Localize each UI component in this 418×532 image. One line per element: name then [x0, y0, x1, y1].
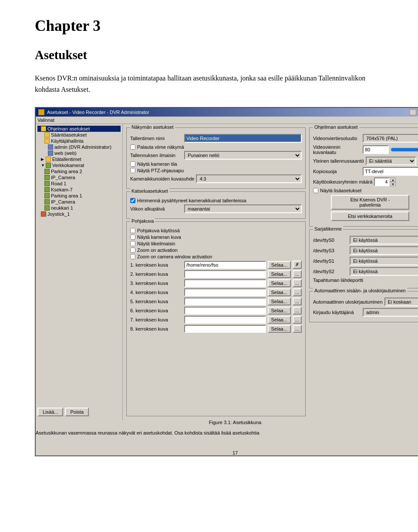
dim-cameras-label: Himmennä pysähtyneet kameraikkuinat tall…: [137, 198, 246, 203]
bg-show-camera-row: Näytä kameran kuva: [130, 234, 302, 240]
video-quality-input[interactable]: [363, 145, 389, 154]
floor-browse-btn-7[interactable]: Selaa...: [268, 316, 291, 324]
tree-section: Ohjelman asetukset Sääntöasetukset Käytt…: [37, 126, 121, 217]
video-resolution-select[interactable]: 704x576 (PAL): [363, 134, 418, 143]
floor-dots-btn-3[interactable]: ...: [293, 279, 302, 287]
copy-protection-input[interactable]: [363, 167, 418, 176]
floor-dots-btn-7[interactable]: ...: [293, 316, 302, 324]
video-quality-row: Videoviennin kuvanlaatu: [313, 144, 418, 155]
menu-item-valinnat[interactable]: Valinnat: [37, 117, 54, 123]
indicator-select[interactable]: Punainen neliö: [184, 151, 302, 160]
dim-cameras-checkbox[interactable]: [130, 198, 135, 203]
display-settings-group: Näkymän asetukset Tallentimen nimi Palau…: [126, 127, 306, 189]
serial-group: Sarjaliikenne /dev/ttyS0 Ei käytössä /de…: [309, 229, 418, 288]
auto-login-content: Automaattinen uloskirjautuminen Ei koska…: [313, 298, 418, 317]
floor-input-7[interactable]: [184, 316, 266, 324]
tree-item-verkkokamerat[interactable]: ▼ Verkkokamerat: [37, 162, 121, 168]
tree-item-web[interactable]: web (web): [37, 150, 121, 156]
tree-item-road1[interactable]: Road 1: [37, 181, 121, 187]
tree-item-joystick[interactable]: Joystick_1: [37, 211, 121, 217]
floor-input-3[interactable]: [184, 279, 266, 287]
video-resolution-row: Videonviertiesoluutio 704x576 (PAL): [313, 134, 418, 143]
serial-content: /dev/ttyS0 Ei käytössä /dev/ttyS3 Ei käy…: [313, 236, 418, 283]
restore-view-checkbox[interactable]: [130, 144, 135, 150]
general-record-select[interactable]: Ei sääntöä: [366, 157, 416, 165]
show-more-checkbox[interactable]: [313, 188, 318, 193]
recorder-name-input[interactable]: [184, 134, 302, 143]
tree-item-ipcamera1[interactable]: IP_Camera: [37, 174, 121, 181]
find-ksenos-row: Etsi Ksenos DVR -palvelimia: [313, 195, 418, 210]
floor-input-1[interactable]: [184, 261, 266, 269]
floor-browse-btn-3[interactable]: Selaa...: [268, 279, 291, 287]
floor-input-8[interactable]: [184, 325, 266, 333]
floor-row-1: 1. kerroksen kuva Selaa... ✗: [130, 261, 302, 269]
background-group: Pohjakuva Pohjakuva käytössä Näytä kamer…: [126, 221, 306, 416]
minimize-button[interactable]: _: [409, 109, 416, 115]
tree-item-ksekam7[interactable]: Ksekam-7: [37, 187, 121, 193]
serial-select-3[interactable]: Ei käytössä: [350, 246, 418, 255]
tree-item-parking1[interactable]: Parking area 1: [37, 193, 121, 199]
tree-item-saantöasetukset[interactable]: Sääntöasetukset: [37, 132, 121, 138]
aspect-select[interactable]: 4:3: [196, 174, 302, 183]
week-start-select[interactable]: maanantai: [184, 204, 302, 213]
folder-icon: [41, 126, 46, 131]
floor-delete-btn-1[interactable]: ✗: [293, 261, 302, 269]
auto-logout-select[interactable]: Ei koskaan: [384, 298, 418, 306]
dvr-app-icon: [38, 109, 44, 115]
floor-label-8: 8. kerroksen kuva: [130, 326, 182, 331]
find-cameras-btn[interactable]: Etsi verkkokameroita: [331, 211, 409, 221]
video-resolution-label: Videonviertiesoluutio: [313, 136, 361, 141]
remove-button[interactable]: Poista: [65, 408, 89, 416]
serial-port-1: /dev/ttyS1: [313, 258, 348, 264]
video-quality-slider[interactable]: [391, 147, 418, 153]
tree-item-ipcamera2[interactable]: IP_Camera: [37, 199, 121, 205]
serial-select-2[interactable]: Ei käytössä: [350, 267, 418, 276]
floor-input-6[interactable]: [184, 307, 266, 315]
floor-browse-btn-1[interactable]: Selaa...: [268, 261, 291, 269]
add-button[interactable]: Lisää...: [37, 408, 63, 416]
find-ksenos-btn[interactable]: Etsi Ksenos DVR -palvelimia: [331, 195, 409, 210]
show-camera-state-checkbox[interactable]: [130, 161, 135, 167]
floor-input-4[interactable]: [184, 288, 266, 296]
tree-item-admin[interactable]: admin (DVR Administrator): [37, 144, 121, 150]
auto-login-group: Automaattinen sisään- ja uloskirjautumin…: [309, 291, 418, 322]
program-settings-group: Ohjeliman asetukset Videonviertiesoluuti…: [309, 127, 418, 227]
bg-zoom-window-checkbox[interactable]: [130, 254, 135, 259]
tree-item-kayttajahallinta[interactable]: Käyttäjähallinta: [37, 138, 121, 144]
floor-dots-btn-8[interactable]: ...: [293, 325, 302, 333]
bg-show-camera-checkbox[interactable]: [130, 234, 135, 240]
bg-zoom-window-row: Zoom on camera window activation: [130, 254, 302, 259]
floor-input-2[interactable]: [184, 270, 266, 278]
tree-item-etatalentimet[interactable]: ▶ Etätallentimet: [37, 156, 121, 162]
bg-zoom-activation-checkbox[interactable]: [130, 248, 135, 253]
spinner-down[interactable]: ▼: [390, 182, 396, 186]
floor-input-5[interactable]: [184, 298, 266, 305]
page-number: 17: [36, 450, 418, 455]
floor-browse-btn-5[interactable]: Selaa...: [268, 298, 291, 305]
bg-show-motion-checkbox[interactable]: [130, 241, 135, 246]
tree-item-parking2[interactable]: Parking area 2: [37, 168, 121, 174]
floor-dots-btn-4[interactable]: ...: [293, 288, 302, 296]
tree-label: Etätallentimet: [52, 157, 81, 162]
serial-select-0[interactable]: Ei käytössä: [350, 236, 418, 244]
floor-dots-btn-5[interactable]: ...: [293, 298, 302, 305]
floor-dots-btn-6[interactable]: ...: [293, 307, 302, 315]
floor-row-6: 6. kerroksen kuva Selaa... ...: [130, 307, 302, 315]
tree-item-neukkari[interactable]: neukkari 1: [37, 205, 121, 211]
floor-browse-btn-6[interactable]: Selaa...: [268, 307, 291, 315]
floor-browse-btn-8[interactable]: Selaa...: [268, 325, 291, 333]
bg-enabled-checkbox[interactable]: [130, 228, 135, 233]
show-ptz-checkbox[interactable]: [130, 168, 135, 173]
serial-select-1[interactable]: Ei käytössä: [350, 257, 418, 265]
user-groups-input[interactable]: [374, 177, 390, 186]
floor-dots-btn-2[interactable]: ...: [293, 270, 302, 278]
spinner-up[interactable]: ▲: [390, 177, 396, 182]
monitor-settings-content: Himmennä pysähtyneet kameraikkuinat tall…: [130, 198, 302, 213]
floor-browse-btn-4[interactable]: Selaa...: [268, 288, 291, 296]
login-user-row: Kirjaudu käyttäjänä admin: [313, 308, 418, 317]
bg-zoom-window-label: Zoom on camera window activation: [137, 254, 212, 259]
floor-label-1: 1. kerroksen kuva: [130, 262, 182, 268]
tree-item-ohjelman-asetukset[interactable]: Ohjelman asetukset: [37, 126, 121, 132]
floor-browse-btn-2[interactable]: Selaa...: [268, 270, 291, 278]
login-user-select[interactable]: admin: [363, 308, 418, 317]
